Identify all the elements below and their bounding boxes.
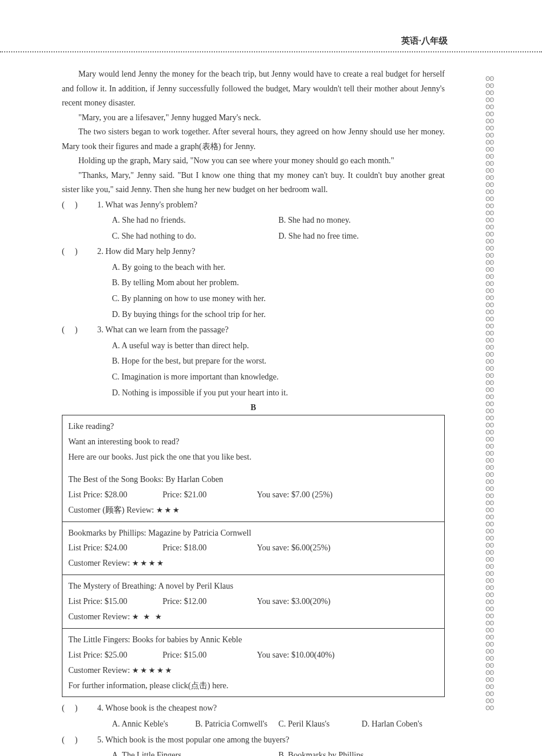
question-row: ()2. How did Mary help Jenny?: [62, 244, 445, 260]
answer-blank[interactable]: ): [75, 701, 97, 717]
price: Price: $18.00: [163, 540, 257, 556]
answer-option[interactable]: D. Nothing is impossible if you put your…: [112, 385, 445, 401]
section-b-heading: B: [62, 403, 445, 412]
answer-option[interactable]: C. By planning on how to use money with …: [112, 291, 445, 307]
book-title: The Best of the Song Books: By Harlan Co…: [68, 472, 438, 487]
review-line: Customer (顾客) Review: ★★★: [68, 503, 438, 518]
review-line: Customer Review: ★★★★: [68, 556, 438, 571]
answer-option[interactable]: B. She had no money.: [279, 213, 445, 229]
review-line: Customer Review: ★★★★★: [68, 663, 438, 678]
answer-option[interactable]: A. She had no friends.: [112, 213, 279, 229]
star-rating-icon: ★ ★ ★: [132, 612, 163, 621]
book-entry: The Little Fingers: Books for babies by …: [62, 628, 444, 697]
book-entry: The Best of the Song Books: By Harlan Co…: [62, 468, 444, 521]
answer-option[interactable]: C. She had nothing to do.: [112, 229, 279, 245]
question-row: ()1. What was Jenny's problem?: [62, 197, 445, 213]
answer-option[interactable]: A. Annic Keble's: [112, 717, 195, 732]
passage-paragraph: Holding up the graph, Mary said, "Now yo…: [62, 154, 445, 169]
passage-paragraph: "Thanks, Mary," Jenny said. "But I know …: [62, 169, 445, 197]
book-price-line: List Price: $15.00Price: $12.00You save:…: [68, 594, 438, 609]
option-row: A. The Little Fingers.B. Bookmarks by Ph…: [62, 748, 445, 756]
you-save: You save: $7.00 (25%): [257, 487, 332, 503]
you-save: You save: $10.00(40%): [257, 648, 335, 663]
answer-blank[interactable]: ): [75, 322, 97, 338]
page-header-title: 英语·八年级: [62, 35, 486, 47]
question-text: 2. How did Mary help Jenny?: [97, 244, 445, 260]
answer-option[interactable]: D. Harlan Coben's: [362, 717, 445, 732]
review-label: Customer Review:: [68, 612, 132, 621]
answer-option[interactable]: B. Bookmarks by Phillips.: [279, 748, 445, 756]
list-price: List Price: $24.00: [68, 540, 163, 556]
question-row: ()4. Whose book is the cheapest now?: [62, 701, 445, 717]
review-label: Customer Review:: [68, 666, 132, 675]
option-row: A. Annic Keble'sB. Patricia Cornwell'sC.…: [62, 717, 445, 732]
answer-option[interactable]: C. Imagination is more important than kn…: [112, 369, 445, 385]
answer-option[interactable]: B. Patricia Cornwell's: [195, 717, 278, 732]
answer-blank[interactable]: ): [75, 197, 97, 213]
question-row: ()5. Which book is the most popular one …: [62, 732, 445, 748]
list-price: List Price: $25.00: [68, 648, 163, 663]
answer-option[interactable]: D. She had no free time.: [279, 229, 445, 245]
answer-paren[interactable]: (: [62, 197, 75, 213]
book-entry: Bookmarks by Phillips: Magazine by Patri…: [62, 521, 444, 575]
book-price-line: List Price: $24.00Price: $18.00You save:…: [68, 540, 438, 556]
book-title: The Little Fingers: Books for babies by …: [68, 632, 438, 648]
option-row: C. By planning on how to use money with …: [62, 291, 445, 307]
books-table: Like reading? Want an interesting book t…: [62, 415, 445, 697]
passage-paragraph: "Mary, you are a lifesaver," Jenny hugge…: [62, 111, 445, 126]
answer-option[interactable]: A. A useful way is better than direct he…: [112, 338, 445, 354]
option-row: B. Hope for the best, but prepare for th…: [62, 354, 445, 369]
question-text: 4. Whose book is the cheapest now?: [97, 701, 445, 717]
answer-option[interactable]: B. By telling Mom about her problem.: [112, 275, 445, 291]
you-save: You save: $6.00(25%): [257, 540, 331, 556]
option-row: C. She had nothing to do.D. She had no f…: [62, 229, 445, 245]
answer-paren[interactable]: (: [62, 244, 75, 260]
answer-paren[interactable]: (: [62, 701, 75, 717]
question-text: 3. What can we learn from the passage?: [97, 322, 445, 338]
answer-blank[interactable]: ): [75, 244, 97, 260]
price: Price: $15.00: [163, 648, 257, 663]
list-price: List Price: $15.00: [68, 594, 163, 609]
book-title: Bookmarks by Phillips: Magazine by Patri…: [68, 526, 438, 541]
review-label: Customer Review:: [68, 559, 132, 567]
option-row: C. Imagination is more important than kn…: [62, 369, 445, 385]
question-row: ()3. What can we learn from the passage?: [62, 322, 445, 338]
price: Price: $21.00: [163, 487, 257, 503]
price: Price: $12.00: [163, 594, 257, 609]
spiral-binding-decoration: ʘʘʘʘʘʘʘʘʘʘʘʘʘʘʘʘʘʘʘʘʘʘʘʘʘʘʘʘʘʘʘʘʘʘʘʘʘʘʘʘ…: [485, 77, 501, 713]
intro-line: Like reading?: [68, 419, 438, 434]
answer-option[interactable]: A. By going to the beach with her.: [112, 260, 445, 276]
intro-line: Want an interesting book to read?: [68, 434, 438, 450]
passage-paragraph: The two sisters began to work together. …: [62, 125, 445, 154]
book-title: The Mystery of Breathing: A novel by Per…: [68, 579, 438, 594]
book-price-line: List Price: $25.00Price: $15.00You save:…: [68, 648, 438, 663]
option-row: B. By telling Mom about her problem.: [62, 275, 445, 291]
review-line: Customer Review: ★ ★ ★: [68, 609, 438, 625]
answer-option[interactable]: A. The Little Fingers.: [112, 748, 279, 756]
list-price: List Price: $28.00: [68, 487, 163, 503]
answer-paren[interactable]: (: [62, 732, 75, 748]
answer-paren[interactable]: (: [62, 322, 75, 338]
you-save: You save: $3.00(20%): [257, 594, 331, 609]
answer-option[interactable]: D. By buying things for the school trip …: [112, 307, 445, 323]
answer-option[interactable]: C. Peril Klaus's: [279, 717, 362, 732]
answer-blank[interactable]: ): [75, 732, 97, 748]
option-row: A. By going to the beach with her.: [62, 260, 445, 276]
books-intro-cell: Like reading? Want an interesting book t…: [62, 415, 444, 468]
star-rating-icon: ★★★: [156, 506, 181, 514]
book-entry: The Mystery of Breathing: A novel by Per…: [62, 575, 444, 628]
review-label: Customer (顾客) Review:: [68, 506, 156, 514]
option-row: D. Nothing is impossible if you put your…: [62, 385, 445, 401]
more-info-link[interactable]: For further information, please click(点击…: [68, 678, 438, 694]
option-row: D. By buying things for the school trip …: [62, 307, 445, 323]
option-row: A. She had no friends.B. She had no mone…: [62, 213, 445, 229]
book-price-line: List Price: $28.00Price: $21.00You save:…: [68, 487, 438, 503]
question-text: 1. What was Jenny's problem?: [97, 197, 445, 213]
passage-paragraph: Mary would lend Jenny the money for the …: [62, 67, 445, 111]
star-rating-icon: ★★★★★: [132, 666, 173, 675]
answer-option[interactable]: B. Hope for the best, but prepare for th…: [112, 354, 445, 369]
option-row: A. A useful way is better than direct he…: [62, 338, 445, 354]
star-rating-icon: ★★★★: [132, 559, 165, 567]
question-text: 5. Which book is the most popular one am…: [97, 732, 445, 748]
intro-line: Here are our books. Just pick the one th…: [68, 450, 438, 465]
